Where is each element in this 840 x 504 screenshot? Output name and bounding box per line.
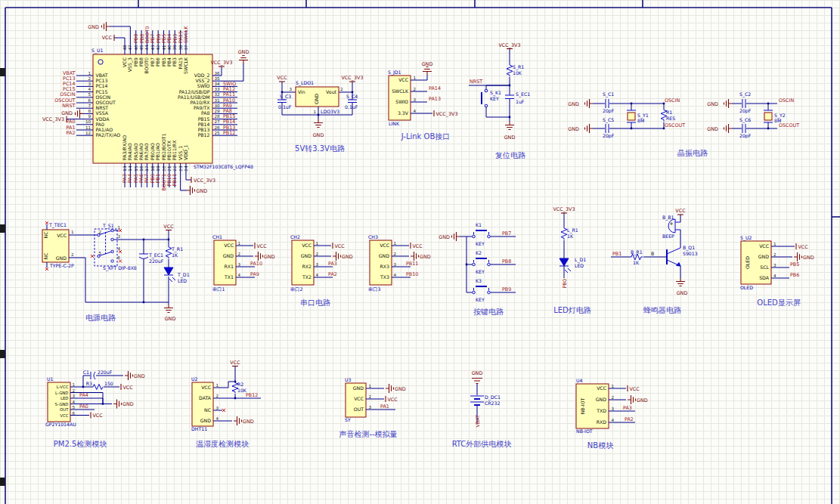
part-label[interactable]: OLED xyxy=(740,285,753,290)
pin-number[interactable]: 12 xyxy=(85,131,91,135)
pin-name[interactable]: SWCLK xyxy=(183,57,188,74)
pin-number[interactable]: 26 xyxy=(215,125,221,130)
pin-name[interactable]: PA10/RX xyxy=(190,100,210,105)
caption-label[interactable]: RTC外部供电模块 xyxy=(452,440,513,448)
net-label[interactable]: NRST xyxy=(62,103,75,109)
power-label[interactable]: GND xyxy=(342,254,353,260)
net-label[interactable]: PA14 xyxy=(429,85,441,91)
power-label[interactable]: GND xyxy=(803,255,814,261)
net-label[interactable]: PA1 xyxy=(380,404,389,410)
power-label[interactable]: VCC xyxy=(93,413,104,419)
power-label[interactable]: GND xyxy=(677,290,688,296)
pin-name[interactable]: PA1/AO xyxy=(96,127,113,132)
value-label[interactable]: BEEP xyxy=(662,233,674,239)
key-button[interactable] xyxy=(482,89,488,107)
designator-label[interactable]: T_EC1 xyxy=(148,252,163,258)
designator-label[interactable]: R3 xyxy=(86,381,92,386)
power-label[interactable]: GND xyxy=(88,24,99,30)
header-connector[interactable]: CH2 串口2 VCC GND RX2 TX2 1 2 3 4 VCC GND … xyxy=(290,234,353,292)
power-label[interactable]: GND xyxy=(707,126,718,132)
designator-label[interactable]: CH1 xyxy=(212,234,222,240)
net-label[interactable]: PB11 xyxy=(172,174,178,186)
pin-name[interactable]: PA6/AO xyxy=(138,143,144,160)
designator-label[interactable]: K3 xyxy=(476,278,482,283)
designator-label[interactable]: C1 xyxy=(83,369,89,375)
pin-number[interactable]: 35 xyxy=(215,76,221,81)
gnd-symbol[interactable] xyxy=(411,252,419,261)
circuit-crystal[interactable]: GND GND S_C1 20pF S_C5 20pF S_Y1 8M R1 R… xyxy=(568,91,799,157)
pin-name[interactable]: VBAT xyxy=(96,73,108,78)
power-label[interactable]: GND xyxy=(504,135,516,141)
circuit-serial[interactable]: CH1 串口1 VCC GND RX1 TX1 1 2 3 4 VCC GND … xyxy=(212,234,431,308)
net-label[interactable]: NRST xyxy=(470,79,482,85)
pin-name[interactable]: PA7/AO xyxy=(144,143,149,160)
designator-label[interactable]: R2 xyxy=(237,382,243,387)
pin-number[interactable]: 9 xyxy=(88,114,91,119)
value-label[interactable]: 150 xyxy=(104,381,113,386)
caption-label[interactable]: 蜂鸣器电路 xyxy=(643,306,681,314)
net-label[interactable]: PA2 xyxy=(625,416,634,422)
pin-name[interactable]: PC14 xyxy=(96,83,108,88)
part-label[interactable]: NB-IOT xyxy=(576,428,593,434)
pin-name[interactable]: PA2/TX/AO xyxy=(96,132,121,138)
designator-label[interactable]: CH2 xyxy=(290,234,300,240)
header-connector[interactable]: CH1 串口1 VCC GND RX1 TX1 1 2 3 4 VCC GND … xyxy=(212,234,275,292)
pin-name[interactable]: PB15 xyxy=(198,116,210,122)
value-label[interactable]: 1K xyxy=(567,233,574,239)
circuit-mcu[interactable]: S_U1 STM32F103C8T6_LQFP48 1VBATVBAT2PC13… xyxy=(42,22,253,195)
pin-number[interactable]: 34 xyxy=(215,82,221,86)
gnd-symbol[interactable] xyxy=(423,67,432,76)
power-label[interactable]: VCC xyxy=(123,385,134,391)
power-label[interactable]: VCC xyxy=(277,75,287,81)
designator-label[interactable]: S_EC1 xyxy=(516,91,530,97)
power-label[interactable]: GND xyxy=(122,401,134,407)
value-label[interactable]: 20pF xyxy=(739,133,752,139)
net-label[interactable]: VBAT xyxy=(475,415,481,428)
net-label[interactable]: OSCOUT xyxy=(779,122,799,128)
power-label[interactable]: VCC xyxy=(163,224,174,230)
pin-name[interactable]: PA9/TX xyxy=(194,105,210,110)
pin-number[interactable]: 2 xyxy=(88,76,91,81)
pin-number[interactable]: 8 xyxy=(88,109,91,113)
circuit-jlink[interactable]: S_JD1 LINK VCC SWCLK SWIO 3.3V 1 2 3 4 G… xyxy=(388,61,458,141)
gnd-symbol[interactable] xyxy=(102,22,110,31)
power-label[interactable]: VCC_3V3 xyxy=(342,75,364,81)
part-label[interactable]: STM32F103C8T6_LQFP48 xyxy=(194,164,253,170)
net-label[interactable]: PB5 xyxy=(790,261,799,267)
gnd-symbol[interactable] xyxy=(452,232,460,241)
sub-caption[interactable]: 串口1 xyxy=(212,286,225,292)
gnd-symbol[interactable] xyxy=(113,400,122,409)
net-label[interactable]: OSCIN xyxy=(779,97,794,104)
value-label[interactable]: RES xyxy=(666,116,675,121)
designator-label[interactable]: S_R1 xyxy=(513,64,524,70)
pin-number[interactable]: 3 xyxy=(88,82,91,86)
caption-label[interactable]: 声音检测--模拟量 xyxy=(339,430,397,438)
net-label[interactable]: OSCOUT xyxy=(665,122,685,128)
net-label[interactable]: PB6 xyxy=(790,272,799,278)
value-label[interactable]: S9013 xyxy=(683,251,698,256)
switch[interactable] xyxy=(95,229,117,266)
part-label[interactable]: TYPE-C-2P xyxy=(49,263,74,268)
pin-name[interactable]: VSSA xyxy=(96,110,109,116)
pin-name[interactable]: NRST xyxy=(96,105,109,110)
power-label[interactable]: GND xyxy=(707,101,718,107)
designator-label[interactable]: B_R1 xyxy=(631,249,643,255)
pin-name[interactable]: PB7 xyxy=(150,57,155,66)
net-label[interactable]: PB11 xyxy=(406,261,418,267)
power-label[interactable]: GND xyxy=(197,188,208,194)
circuit-pm25[interactable]: U1 L-VCC L-GND LED S-GND OUT VCC 1 2 3 4… xyxy=(45,369,145,448)
pin-name[interactable]: PA15 xyxy=(178,57,183,70)
net-label[interactable]: PA10 xyxy=(250,261,262,267)
circuit-led[interactable]: VCC_3V3 L_R1 1K L_D1 LED PB0 LED灯电路 xyxy=(553,206,591,314)
value-label[interactable]: 10K xyxy=(513,70,522,76)
net-label[interactable]: SWCLK xyxy=(183,26,189,43)
part-label[interactable]: S_KFT DIP-8X8 xyxy=(103,265,137,271)
power-label[interactable]: VCC_3V3 xyxy=(42,116,64,122)
value-label[interactable]: 220uF xyxy=(98,369,113,375)
power-label[interactable]: GND xyxy=(165,316,176,322)
designator-label[interactable]: S_U2 xyxy=(740,235,752,241)
power-label[interactable]: GND xyxy=(422,61,433,67)
crystal-symbol[interactable] xyxy=(764,110,773,122)
pin-number[interactable]: 5 xyxy=(88,92,91,97)
pin-name[interactable]: OSCOUT xyxy=(96,100,116,105)
